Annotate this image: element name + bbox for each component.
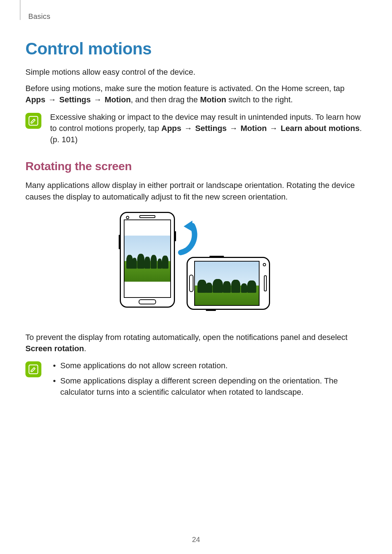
path-motion: Motion	[105, 95, 131, 104]
arrow-icon: →	[267, 124, 281, 133]
side-button	[206, 310, 216, 311]
path-settings: Settings	[59, 95, 91, 104]
path-motion: Motion	[241, 124, 267, 133]
sensor-dot	[126, 216, 129, 219]
photo-trees	[195, 278, 259, 293]
path-apps: Apps	[25, 95, 45, 104]
setting-name: Screen rotation	[25, 344, 84, 353]
page-title: Control motions	[25, 39, 367, 58]
svg-marker-1	[184, 221, 192, 231]
arrow-icon: →	[45, 95, 59, 104]
note-block-1: Excessive shaking or impact to the devic…	[25, 111, 367, 145]
note-list-item: Some applications display a different sc…	[58, 375, 367, 398]
rotation-illustration	[25, 212, 367, 321]
arrow-icon: →	[227, 124, 241, 133]
breadcrumb: Basics	[28, 12, 367, 21]
arrow-icon: →	[91, 95, 105, 104]
photo-landscape	[195, 262, 259, 305]
arrow-icon: →	[181, 124, 195, 133]
pencil-note-icon	[28, 115, 39, 126]
side-button	[119, 235, 120, 249]
phone-landscape	[187, 257, 270, 310]
phone-portrait	[120, 212, 175, 308]
photo-landscape	[124, 235, 170, 282]
header-rule	[20, 0, 20, 20]
phone-screen	[194, 261, 260, 306]
illustration-canvas	[120, 212, 272, 321]
text: .	[84, 344, 86, 353]
note-icon	[25, 361, 41, 377]
rotate-arrow-icon	[171, 219, 211, 259]
note-text: Excessive shaking or impact to the devic…	[50, 111, 367, 145]
path-learn: Learn about motions	[281, 124, 360, 133]
section-heading: Rotating the screen	[25, 160, 367, 173]
phone-screen	[124, 219, 171, 298]
svg-rect-2	[29, 365, 38, 374]
page-number: 24	[0, 535, 392, 544]
pencil-note-icon	[28, 364, 39, 375]
sensor-dot	[263, 263, 266, 266]
manual-page: Basics Control motions Simple motions al…	[0, 0, 392, 554]
svg-rect-0	[29, 116, 38, 125]
note-icon	[25, 113, 41, 129]
intro-paragraph-2: Before using motions, make sure the moti…	[25, 83, 367, 105]
path-apps: Apps	[162, 124, 181, 133]
text: switch to the right.	[226, 95, 293, 104]
text: Before using motions, make sure the moti…	[25, 84, 344, 93]
rotation-paragraph-2: To prevent the display from rotating aut…	[25, 332, 367, 354]
text: , and then drag the	[131, 95, 200, 104]
switch-name: Motion	[200, 95, 226, 104]
photo-trees	[124, 253, 170, 269]
note-block-2: Some applications do not allow screen ro…	[25, 360, 367, 401]
note-list-item: Some applications do not allow screen ro…	[58, 360, 367, 371]
home-button-icon	[139, 299, 156, 304]
text: To prevent the display from rotating aut…	[25, 333, 347, 342]
side-button	[209, 256, 224, 257]
home-button-icon	[189, 275, 193, 292]
rotation-paragraph-1: Many applications allow display in eithe…	[25, 180, 367, 202]
intro-paragraph-1: Simple motions allow easy control of the…	[25, 66, 367, 78]
path-settings: Settings	[195, 124, 227, 133]
note-text: Some applications do not allow screen ro…	[50, 360, 367, 401]
